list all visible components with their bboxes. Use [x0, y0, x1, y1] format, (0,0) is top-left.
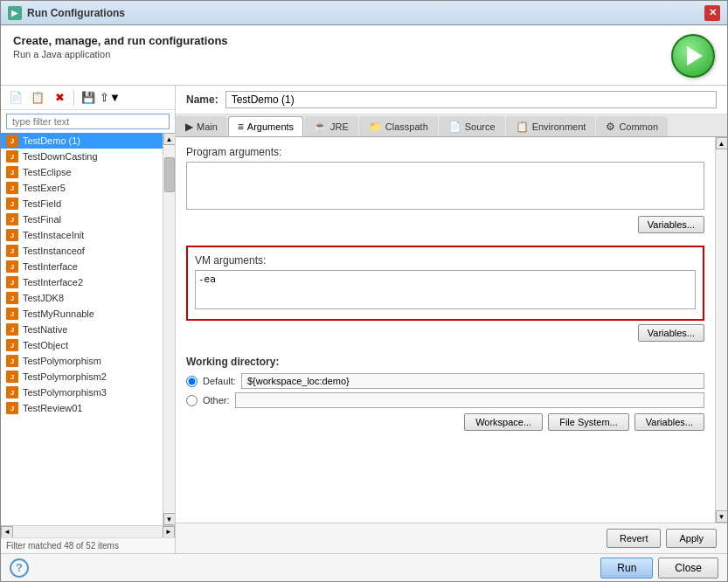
list-item-label: TestInterface2: [23, 277, 83, 288]
java-icon: J: [6, 339, 18, 351]
java-icon: J: [6, 135, 18, 147]
tab-arguments-label: Arguments: [247, 121, 294, 132]
java-icon: J: [6, 355, 18, 367]
list-item[interactable]: J TestField: [1, 196, 163, 211]
list-item[interactable]: J TestMyRunnable: [1, 306, 163, 322]
java-icon: J: [6, 182, 18, 194]
list-item[interactable]: J TestInstanceof: [1, 243, 163, 259]
tab-jre-label: JRE: [330, 121, 349, 132]
program-args-variables-button[interactable]: Variables...: [638, 216, 704, 233]
tab-main-label: Main: [197, 121, 218, 132]
filesystem-button[interactable]: File System...: [548, 413, 629, 431]
scroll-thumb[interactable]: [164, 157, 175, 192]
java-icon: J: [6, 371, 18, 383]
java-icon: J: [6, 229, 18, 241]
tab-jre[interactable]: ☕ JRE: [304, 116, 358, 136]
default-dir-input[interactable]: [241, 373, 704, 389]
config-area: Program arguments: Variables... VM argum…: [176, 137, 715, 523]
left-list-wrapper: J TestDemo (1) J TestDownCasting J TestE…: [1, 133, 175, 525]
list-item-label: TestPolymorphism3: [23, 387, 107, 398]
arguments-tab-icon: ≡: [238, 121, 244, 133]
tab-source-label: Source: [465, 121, 496, 132]
new-config-button[interactable]: 📄: [6, 88, 25, 107]
tab-environment[interactable]: 📋 Environment: [506, 116, 596, 136]
list-item[interactable]: J TestPolymorphism3: [1, 385, 163, 400]
scroll-down-arrow[interactable]: ▼: [163, 513, 176, 525]
java-icon: J: [6, 150, 18, 163]
run-button[interactable]: Run: [600, 558, 653, 579]
tab-common-label: Common: [619, 121, 658, 132]
scroll-left-arrow[interactable]: ◄: [1, 526, 13, 538]
list-item[interactable]: J TestDemo (1): [1, 133, 163, 149]
config-scroll-up[interactable]: ▲: [716, 137, 728, 149]
run-big-button[interactable]: [671, 34, 715, 78]
list-item[interactable]: J TestFinal: [1, 211, 163, 227]
save-button[interactable]: 💾: [79, 88, 98, 107]
close-window-button[interactable]: ✕: [704, 5, 720, 21]
list-item[interactable]: J TestInterface2: [1, 274, 163, 290]
list-item-label: TestObject: [23, 340, 68, 350]
list-item-label: TestJDK8: [23, 293, 64, 303]
list-item[interactable]: J TestDownCasting: [1, 149, 163, 164]
close-button[interactable]: Close: [658, 558, 718, 579]
list-item[interactable]: J TestJDK8: [1, 290, 163, 306]
window-icon: ▶: [8, 6, 22, 20]
toolbar-separator: [73, 90, 74, 106]
config-scrollbar[interactable]: ▲ ▼: [715, 137, 727, 523]
scroll-right-arrow[interactable]: ►: [163, 526, 175, 538]
tab-main[interactable]: ▶ Main: [176, 116, 227, 136]
list-item[interactable]: J TestEclipse: [1, 164, 163, 180]
list-scrollbar[interactable]: ▲ ▼: [163, 133, 175, 525]
java-icon: J: [6, 245, 18, 257]
vm-args-input[interactable]: -ea: [195, 270, 696, 309]
header-title: Create, manage, and run configurations: [13, 34, 228, 47]
list-item[interactable]: J TestObject: [1, 337, 163, 353]
title-bar-left: ▶ Run Configurations: [8, 6, 125, 20]
working-dir-section: Working directory: Default: Other:: [186, 356, 704, 431]
vm-args-variables-button[interactable]: Variables...: [638, 324, 704, 342]
java-icon: J: [6, 213, 18, 225]
list-item[interactable]: J TestInterface: [1, 259, 163, 274]
filter-button[interactable]: ⇧▼: [101, 88, 120, 107]
other-radio-label: Other:: [203, 395, 230, 405]
list-item[interactable]: J TestExer5: [1, 180, 163, 196]
java-icon: J: [6, 276, 18, 288]
help-button[interactable]: ?: [10, 558, 29, 578]
run-configurations-window: ▶ Run Configurations ✕ Create, manage, a…: [0, 0, 728, 582]
duplicate-button[interactable]: 📋: [28, 88, 47, 107]
list-item[interactable]: J TestNative: [1, 322, 163, 337]
config-scroll-down[interactable]: ▼: [716, 510, 728, 523]
list-item[interactable]: J TestPolymorphism: [1, 353, 163, 369]
tab-classpath[interactable]: 📁 Classpath: [359, 116, 438, 136]
default-radio[interactable]: [186, 376, 198, 387]
list-item-label: TestPolymorphism: [23, 356, 101, 366]
workspace-button[interactable]: Workspace...: [464, 413, 543, 431]
program-args-input[interactable]: [186, 162, 704, 210]
filter-input[interactable]: [6, 114, 170, 129]
tab-common[interactable]: ⚙ Common: [596, 116, 668, 136]
right-panel: Name: ▶ Main ≡ Arguments ☕ JRE 📁: [176, 86, 727, 553]
tab-arguments[interactable]: ≡ Arguments: [228, 116, 303, 136]
list-item[interactable]: J TestPolymorphism2: [1, 369, 163, 385]
scroll-up-arrow[interactable]: ▲: [163, 133, 176, 145]
classpath-tab-icon: 📁: [369, 121, 382, 133]
apply-button[interactable]: Apply: [666, 529, 717, 548]
java-icon: J: [6, 260, 18, 273]
name-input[interactable]: [225, 91, 717, 108]
list-item-label: TestMyRunnable: [23, 308, 94, 319]
other-dir-input[interactable]: [235, 392, 704, 408]
tab-source[interactable]: 📄 Source: [439, 116, 505, 136]
list-item[interactable]: J TestInstaceInit: [1, 227, 163, 243]
footer: ? Run Close: [1, 553, 727, 581]
horizontal-scrollbar[interactable]: ◄ ►: [1, 525, 175, 537]
common-tab-icon: ⚙: [606, 121, 615, 133]
revert-button[interactable]: Revert: [607, 529, 661, 548]
header-subtitle: Run a Java application: [13, 49, 228, 59]
other-radio[interactable]: [186, 395, 198, 406]
name-row: Name:: [176, 86, 727, 114]
working-dir-buttons: Workspace... File System... Variables...: [186, 413, 704, 431]
working-dir-label: Working directory:: [186, 356, 704, 368]
list-item[interactable]: J TestReview01: [1, 400, 163, 416]
delete-button[interactable]: ✖: [50, 88, 69, 107]
working-dir-variables-button[interactable]: Variables...: [634, 413, 704, 431]
